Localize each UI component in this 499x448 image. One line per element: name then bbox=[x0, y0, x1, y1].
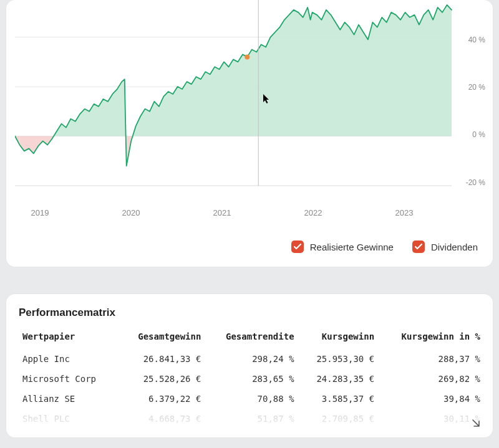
y-tick-label: -20 % bbox=[458, 178, 485, 187]
legend-item-dividends[interactable]: Dividenden bbox=[412, 241, 478, 253]
checkbox-checked-icon bbox=[412, 241, 425, 253]
table-row[interactable]: Microsoft Corp 25.528,26 € 283,65 % 24.2… bbox=[19, 369, 484, 389]
cell-price-gain: 3.585,37 € bbox=[298, 389, 379, 409]
legend-label: Dividenden bbox=[431, 242, 478, 252]
x-tick-label: 2023 bbox=[395, 208, 414, 217]
cell-total-gain: 4.668,73 € bbox=[119, 409, 205, 429]
cell-total-return: 51,87 % bbox=[205, 409, 298, 429]
performance-matrix-card: Performancematrix Wertpapier Gesamtgewin… bbox=[6, 294, 493, 437]
col-price-gain-pct[interactable]: Kursgewinn in % bbox=[378, 328, 484, 349]
table-header-row: Wertpapier Gesamtgewinn Gesamtrendite Ku… bbox=[19, 328, 484, 349]
cell-price-gain: 24.283,35 € bbox=[298, 369, 379, 389]
expand-arrow-icon[interactable] bbox=[470, 417, 482, 431]
y-tick-label: 0 % bbox=[458, 130, 485, 139]
table-row[interactable]: Shell PLC 4.668,73 € 51,87 % 2.709,85 € … bbox=[19, 409, 484, 429]
cell-price-gain-pct: 30,11 % bbox=[378, 409, 484, 429]
col-security[interactable]: Wertpapier bbox=[19, 328, 119, 349]
cell-price-gain-pct: 39,84 % bbox=[378, 389, 484, 409]
table-title: Performancematrix bbox=[19, 307, 484, 319]
cell-total-gain: 26.841,33 € bbox=[119, 349, 205, 369]
cell-total-return: 70,88 % bbox=[205, 389, 298, 409]
svg-point-6 bbox=[245, 54, 250, 59]
legend-item-realized-gains[interactable]: Realisierte Gewinne bbox=[291, 241, 394, 253]
cell-security: Allianz SE bbox=[19, 389, 119, 409]
cell-price-gain: 2.709,85 € bbox=[298, 409, 379, 429]
col-price-gain[interactable]: Kursgewinn bbox=[298, 328, 379, 349]
x-tick-label: 2021 bbox=[213, 208, 231, 217]
cell-total-gain: 25.528,26 € bbox=[119, 369, 205, 389]
performance-chart-card: 40 % 20 % 0 % -20 % 2019 2020 2021 2022 … bbox=[6, 0, 493, 267]
checkbox-checked-icon bbox=[291, 241, 304, 253]
y-tick-label: 20 % bbox=[458, 83, 485, 92]
table-row[interactable]: Apple Inc 26.841,33 € 298,24 % 25.953,30… bbox=[19, 349, 484, 369]
cell-total-return: 283,65 % bbox=[205, 369, 298, 389]
x-axis: 2019 2020 2021 2022 2023 bbox=[15, 208, 444, 219]
cell-price-gain-pct: 288,37 % bbox=[378, 349, 484, 369]
cell-price-gain-pct: 269,82 % bbox=[378, 369, 484, 389]
x-tick-label: 2020 bbox=[122, 208, 140, 217]
cell-security: Apple Inc bbox=[19, 349, 119, 369]
cell-total-gain: 6.379,22 € bbox=[119, 389, 205, 409]
col-total-gain[interactable]: Gesamtgewinn bbox=[119, 328, 205, 349]
cell-security: Shell PLC bbox=[19, 409, 119, 429]
legend-label: Realisierte Gewinne bbox=[310, 242, 394, 252]
x-tick-label: 2019 bbox=[31, 208, 49, 217]
cell-security: Microsoft Corp bbox=[19, 369, 119, 389]
chart-svg bbox=[15, 0, 484, 206]
chart-legend: Realisierte Gewinne Dividenden bbox=[15, 241, 484, 253]
performance-table[interactable]: Wertpapier Gesamtgewinn Gesamtrendite Ku… bbox=[19, 328, 484, 429]
cell-price-gain: 25.953,30 € bbox=[298, 349, 379, 369]
cell-total-return: 298,24 % bbox=[205, 349, 298, 369]
performance-chart[interactable]: 40 % 20 % 0 % -20 % bbox=[15, 0, 484, 206]
table-row[interactable]: Allianz SE 6.379,22 € 70,88 % 3.585,37 €… bbox=[19, 389, 484, 409]
col-total-return[interactable]: Gesamtrendite bbox=[205, 328, 298, 349]
y-tick-label: 40 % bbox=[458, 36, 485, 44]
x-tick-label: 2022 bbox=[304, 208, 322, 217]
